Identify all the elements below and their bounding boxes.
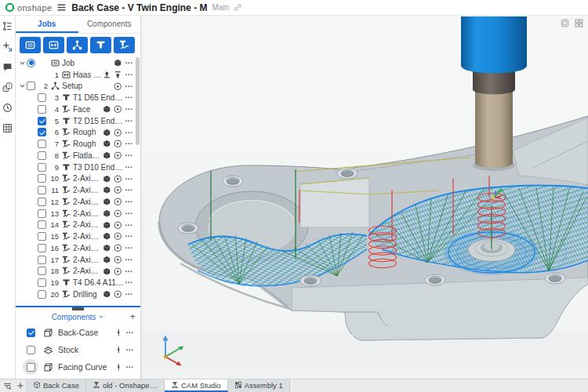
play-icon[interactable] <box>113 82 122 91</box>
overflow-menu-icon[interactable] <box>125 328 134 337</box>
history-icon[interactable] <box>2 103 13 113</box>
play-icon[interactable] <box>113 243 122 252</box>
overflow-menu-icon[interactable] <box>124 174 133 183</box>
component-row[interactable]: Stock <box>16 341 140 358</box>
new-job-button[interactable] <box>20 37 41 53</box>
tree-scrollbar[interactable] <box>136 57 140 145</box>
simulation-cube-icon[interactable] <box>102 151 111 160</box>
version-graph-icon[interactable] <box>2 21 13 31</box>
play-icon[interactable] <box>113 220 122 230</box>
overflow-menu-icon[interactable] <box>124 278 133 288</box>
play-icon[interactable] <box>113 267 122 276</box>
setup-button[interactable] <box>67 37 88 53</box>
play-icon[interactable] <box>113 128 122 137</box>
view-settings-icon[interactable] <box>575 19 583 27</box>
component-visibility-checkbox[interactable] <box>27 346 35 354</box>
job-tree-row[interactable]: Job <box>16 57 140 69</box>
simulation-cube-icon[interactable] <box>102 255 111 264</box>
section-view-icon[interactable] <box>561 19 569 27</box>
visibility-checkbox[interactable] <box>38 290 46 299</box>
overflow-menu-icon[interactable] <box>125 362 134 372</box>
overflow-menu-icon[interactable] <box>124 162 133 172</box>
visibility-checkbox[interactable] <box>38 198 46 206</box>
component-row[interactable]: Back-Case <box>16 324 140 341</box>
simulation-cube-icon[interactable] <box>102 140 111 149</box>
simulation-cube-icon[interactable] <box>102 128 111 137</box>
play-icon[interactable] <box>113 255 122 264</box>
visibility-checkbox[interactable] <box>38 232 46 241</box>
overflow-menu-icon[interactable] <box>125 345 134 354</box>
simulation-cube-icon[interactable] <box>102 104 111 114</box>
overflow-menu-icon[interactable] <box>124 289 133 299</box>
overflow-menu-icon[interactable] <box>124 186 133 195</box>
visibility-checkbox[interactable] <box>38 151 46 160</box>
overflow-menu-icon[interactable] <box>124 232 133 241</box>
chevron-down-icon[interactable] <box>19 82 27 89</box>
chevron-down-icon[interactable] <box>19 60 27 67</box>
visibility-checkbox[interactable] <box>38 209 46 218</box>
toolpath-button[interactable] <box>114 37 135 53</box>
job-tree-row[interactable]: 122-Axis … <box>16 196 140 208</box>
onshape-logo[interactable]: onshape <box>5 2 52 13</box>
simulation-cube-icon[interactable] <box>102 209 111 218</box>
job-tree-row[interactable]: 19T4 D6.4 A118 … <box>16 277 140 289</box>
job-tree-row[interactable]: 112-Axis … <box>16 184 140 196</box>
play-icon[interactable] <box>113 174 122 183</box>
play-icon[interactable] <box>113 197 122 206</box>
component-visibility-checkbox[interactable] <box>27 328 35 337</box>
overflow-menu-icon[interactable] <box>124 243 133 252</box>
job-tree-row[interactable]: 7Rough <box>16 138 140 150</box>
panel-tab-components[interactable]: Components <box>78 16 141 33</box>
overflow-menu-icon[interactable] <box>124 93 133 103</box>
visibility-checkbox[interactable] <box>38 163 46 172</box>
job-tree-row[interactable]: 20Drilling <box>16 289 140 300</box>
visibility-checkbox[interactable] <box>38 117 46 125</box>
comment-icon[interactable] <box>2 62 13 72</box>
simulation-cube-icon[interactable] <box>102 197 111 206</box>
component-visibility-checkbox[interactable] <box>27 363 35 372</box>
overflow-menu-icon[interactable] <box>124 220 133 230</box>
component-row[interactable]: Facing Curve <box>16 358 140 376</box>
play-icon[interactable] <box>113 232 122 241</box>
job-tree-row[interactable]: 8Flatlands <box>16 150 140 162</box>
simulation-cube-icon[interactable] <box>102 220 111 230</box>
job-active-radio[interactable] <box>27 59 35 67</box>
job-tree-row[interactable]: 3T1 D65 End Mill <box>16 92 140 103</box>
overflow-menu-icon[interactable] <box>124 128 133 137</box>
tool-button[interactable] <box>90 37 111 53</box>
visibility-checkbox[interactable] <box>38 105 46 114</box>
job-tree-row[interactable]: 152-Axis … <box>16 230 140 242</box>
play-icon[interactable] <box>113 289 122 299</box>
overflow-menu-icon[interactable] <box>124 116 133 125</box>
add-tab-button[interactable] <box>14 379 27 392</box>
play-icon[interactable] <box>113 209 122 218</box>
overflow-menu-icon[interactable] <box>124 267 133 276</box>
post-process-icon[interactable] <box>102 70 111 79</box>
panel-tab-jobs[interactable]: Jobs <box>16 16 78 33</box>
overflow-menu-icon[interactable] <box>124 140 133 149</box>
pin-icon[interactable] <box>114 328 123 337</box>
job-tree-row[interactable]: 4Face <box>16 103 140 115</box>
job-tree-row[interactable]: 5T2 D15 End Mill <box>16 115 140 127</box>
overflow-menu-icon[interactable] <box>124 70 133 79</box>
play-icon[interactable] <box>113 140 122 149</box>
move-to-top-icon[interactable] <box>113 70 122 79</box>
panel-splitter[interactable] <box>16 304 140 310</box>
link-icon[interactable] <box>234 3 242 12</box>
components-header-toggle[interactable]: Components <box>52 313 105 321</box>
simulation-cube-icon[interactable] <box>102 186 111 195</box>
machine-button[interactable] <box>43 37 64 53</box>
visibility-checkbox[interactable] <box>38 93 46 102</box>
simulation-cube-icon[interactable] <box>113 58 122 67</box>
dice-icon[interactable] <box>2 82 13 93</box>
branch-label[interactable]: Main <box>212 3 229 12</box>
play-icon[interactable] <box>113 186 122 195</box>
overflow-menu-icon[interactable] <box>124 151 133 160</box>
play-icon[interactable] <box>113 151 122 160</box>
job-tree-row[interactable]: 172-Axis … <box>16 254 140 266</box>
play-icon[interactable] <box>113 104 122 114</box>
document-tab[interactable]: CAM Studio <box>165 379 228 392</box>
overflow-menu-icon[interactable] <box>124 104 133 114</box>
simulation-cube-icon[interactable] <box>102 243 111 252</box>
simulation-cube-icon[interactable] <box>102 232 111 241</box>
